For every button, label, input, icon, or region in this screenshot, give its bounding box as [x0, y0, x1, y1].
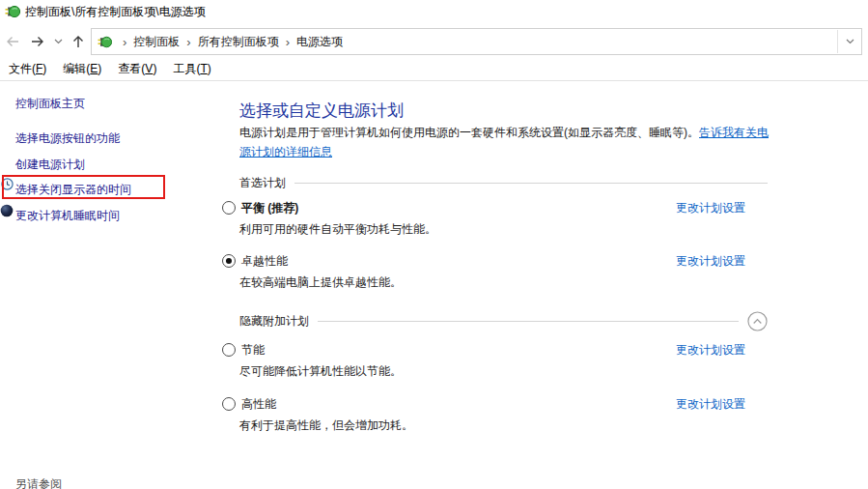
sidebar-item-control-panel-home[interactable]: 控制面板主页: [15, 96, 85, 112]
change-plan-settings-link[interactable]: 更改计划设置: [676, 396, 745, 413]
intro-paragraph: 电源计划是用于管理计算机如何使用电源的一套硬件和系统设置(如显示器亮度、睡眠等)…: [239, 123, 770, 161]
section-preferred-plans: 首选计划: [239, 173, 768, 192]
breadcrumb-control-panel[interactable]: 控制面板: [133, 34, 180, 50]
chevron-up-circle-icon[interactable]: [747, 311, 768, 331]
breadcrumb-separator: ›: [279, 36, 296, 48]
change-plan-settings-link[interactable]: 更改计划设置: [676, 253, 745, 270]
intro-text: 电源计划是用于管理计算机如何使用电源的一套硬件和系统设置(如显示器亮度、睡眠等)…: [239, 126, 699, 139]
radio-balanced[interactable]: [222, 201, 236, 215]
breadcrumb-all-items[interactable]: 所有控制面板项: [198, 34, 279, 50]
sidebar-item-create-power-plan[interactable]: 创建电源计划: [15, 157, 85, 173]
sleep-icon: [0, 204, 14, 217]
recent-pages-button[interactable]: [50, 29, 66, 54]
plan-row-high-performance: 高性能 更改计划设置: [222, 394, 745, 414]
see-also-label: 另请参阅: [15, 476, 62, 489]
back-button[interactable]: [0, 29, 25, 54]
menu-bar: 文件(F) 编辑(E) 查看(V) 工具(T): [0, 58, 868, 81]
section-divider: [294, 183, 768, 184]
plan-description: 有利于提高性能，但会增加功耗。: [239, 417, 413, 434]
menu-tools[interactable]: 工具(T): [173, 61, 210, 77]
breadcrumb-power-options[interactable]: 电源选项: [296, 34, 343, 50]
chevron-down-icon: [54, 38, 63, 45]
sidebar-item-change-sleep-time[interactable]: 更改计算机睡眠时间: [15, 208, 120, 224]
annotation-highlight-box: [2, 175, 165, 199]
section-hidden-plans: 隐藏附加计划: [239, 310, 768, 331]
plan-name: 节能: [241, 342, 265, 359]
section-label: 首选计划: [239, 175, 286, 191]
radio-ultimate-performance[interactable]: [222, 254, 236, 268]
sidebar-item-power-buttons[interactable]: 选择电源按钮的功能: [15, 130, 120, 147]
plan-name: 高性能: [241, 396, 276, 413]
forward-icon: [30, 34, 45, 49]
up-button[interactable]: [66, 29, 91, 54]
forward-button[interactable]: [25, 29, 50, 54]
plan-description: 尽可能降低计算机性能以节能。: [239, 363, 402, 380]
page-title: 选择或自定义电源计划: [239, 100, 404, 122]
back-icon: [5, 34, 20, 49]
plan-row-power-saver: 节能 更改计划设置: [222, 340, 745, 360]
radio-high-performance[interactable]: [222, 397, 236, 411]
up-icon: [70, 34, 86, 49]
plan-row-ultimate-performance: 卓越性能 更改计划设置: [222, 251, 745, 271]
power-options-icon: [98, 35, 112, 49]
address-dropdown-button[interactable]: [837, 30, 861, 53]
address-breadcrumb-bar[interactable]: › 控制面板 › 所有控制面板项 › 电源选项: [91, 28, 862, 55]
menu-file[interactable]: 文件(F): [9, 61, 46, 77]
breadcrumb-separator: ›: [180, 36, 197, 48]
plan-name: 平衡 (推荐): [241, 200, 298, 216]
chevron-down-icon: [846, 38, 854, 45]
plan-name: 卓越性能: [241, 253, 288, 270]
section-divider: [318, 321, 739, 322]
radio-power-saver[interactable]: [222, 343, 236, 357]
breadcrumb-separator: ›: [116, 36, 133, 48]
menu-view[interactable]: 查看(V): [118, 61, 156, 77]
plan-row-balanced: 平衡 (推荐) 更改计划设置: [222, 198, 745, 217]
menu-edit[interactable]: 编辑(E): [63, 61, 101, 77]
address-bar: › 控制面板 › 所有控制面板项 › 电源选项: [0, 28, 868, 55]
power-options-window: 控制面板\所有控制面板项\电源选项: [0, 0, 868, 489]
plan-description: 利用可用的硬件自动平衡功耗与性能。: [239, 221, 436, 238]
title-bar: 控制面板\所有控制面板项\电源选项: [0, 0, 868, 23]
power-options-icon: [5, 4, 20, 19]
window-title: 控制面板\所有控制面板项\电源选项: [25, 4, 206, 20]
section-label: 隐藏附加计划: [239, 313, 309, 330]
change-plan-settings-link[interactable]: 更改计划设置: [676, 200, 745, 216]
plan-description: 在较高端电脑上提供卓越性能。: [239, 274, 402, 291]
change-plan-settings-link[interactable]: 更改计划设置: [676, 342, 745, 359]
